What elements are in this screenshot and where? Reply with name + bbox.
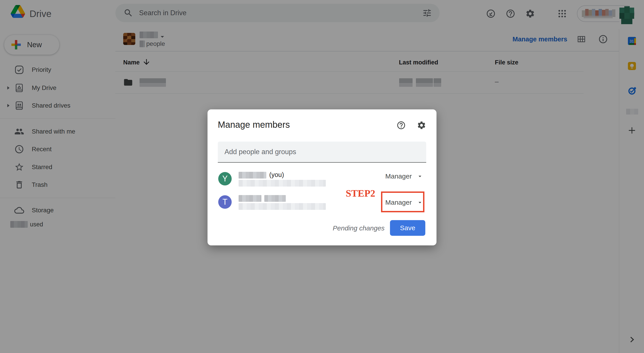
add-people-input[interactable] — [218, 142, 426, 163]
member-avatar: T — [218, 195, 232, 209]
member-email-redacted — [238, 180, 326, 187]
member-row: Y (you) Manager — [208, 170, 436, 192]
save-button[interactable]: Save — [390, 220, 425, 236]
member-name-redacted — [264, 195, 286, 202]
dropdown-arrow-icon — [416, 173, 423, 180]
pending-changes-label: Pending changes — [333, 224, 384, 232]
role-value: Manager — [385, 172, 412, 180]
member-avatar: Y — [218, 172, 232, 185]
member-you-label: (you) — [269, 171, 284, 179]
member-name-redacted — [238, 195, 262, 202]
member-name-redacted — [238, 172, 266, 179]
step2-highlight-box — [381, 191, 424, 212]
dialog-settings-gear-icon[interactable] — [417, 121, 426, 130]
step2-annotation: STEP2 — [346, 188, 375, 199]
avatar-initial: T — [222, 197, 228, 207]
avatar-initial: Y — [222, 174, 228, 183]
member-email-redacted — [238, 203, 326, 210]
dialog-help-icon[interactable] — [396, 121, 406, 130]
manage-members-dialog: Manage members Y (you) Manager T Manager — [208, 109, 436, 245]
role-dropdown[interactable]: Manager — [385, 172, 423, 180]
dialog-title: Manage members — [218, 120, 290, 130]
